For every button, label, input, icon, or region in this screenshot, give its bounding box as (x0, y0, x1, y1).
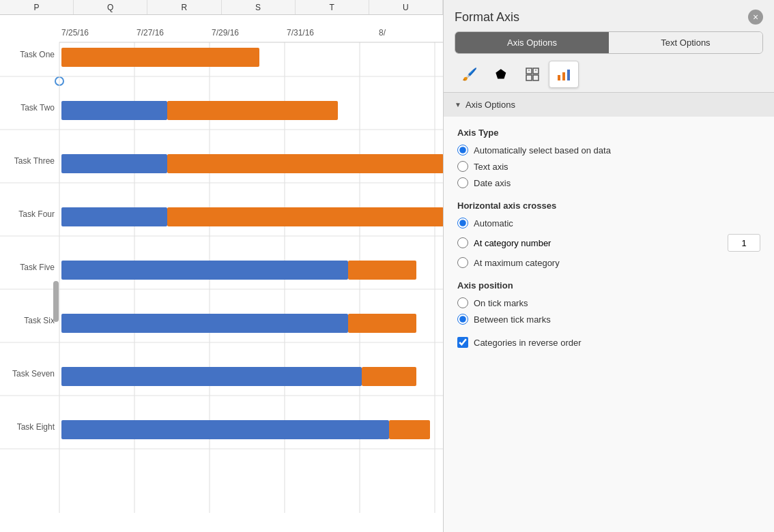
paint-icon: 🖌️ (462, 67, 477, 82)
svg-text:8/: 8/ (379, 28, 386, 38)
svg-rect-47 (526, 75, 532, 80)
radio-date-axis-label: Date axis (474, 178, 511, 188)
radio-on-tick-option[interactable]: On tick marks (457, 297, 760, 308)
radio-text-axis[interactable] (457, 161, 468, 172)
radio-between-tick-option[interactable]: Between tick marks (457, 314, 760, 325)
icon-toolbar: 🖌️ ⬟ (455, 61, 763, 88)
format-axis-panel: Format Axis × Axis Options Text Options … (444, 0, 774, 532)
svg-text:7/25/16: 7/25/16 (61, 28, 89, 38)
tab-text-options[interactable]: Text Options (609, 32, 762, 53)
svg-rect-31 (167, 207, 443, 226)
svg-text:Task One: Task One (20, 50, 55, 59)
category-number-row: At category number (457, 234, 760, 252)
svg-text:Task Four: Task Four (18, 209, 55, 219)
col-header-q: Q (74, 0, 147, 14)
horizontal-crosses-label: Horizontal axis crosses (457, 201, 760, 211)
svg-text:7/29/16: 7/29/16 (212, 28, 239, 38)
radio-date-axis[interactable] (457, 177, 468, 188)
radio-automatic-label: Automatic (474, 218, 513, 228)
svg-text:Task Three: Task Three (14, 156, 55, 166)
axis-position-group: Axis position On tick marks Between tick… (457, 280, 760, 325)
axis-position-label: Axis position (457, 280, 760, 291)
panel-title: Format Axis (455, 10, 519, 25)
section-label: Axis Options (465, 100, 515, 110)
grid-icon (525, 67, 540, 82)
gantt-chart-container: 7/25/16 7/27/16 7/29/16 7/31/16 8/ (0, 15, 443, 532)
svg-rect-44 (53, 281, 59, 322)
chart-area: P Q R S T U 7/25/16 7/27/16 7/29/16 7/31… (0, 0, 444, 532)
radio-max-category-label: At maximum category (474, 258, 560, 268)
svg-rect-25 (167, 101, 338, 120)
radio-category-number-label: At category number (474, 238, 551, 248)
radio-between-tick[interactable] (457, 314, 468, 325)
svg-rect-39 (61, 367, 362, 386)
svg-rect-27 (61, 154, 167, 173)
svg-rect-37 (348, 314, 416, 333)
panel-content: Axis Type Automatically select based on … (444, 117, 774, 532)
categories-reverse-option[interactable]: Categories in reverse order (457, 337, 760, 348)
radio-max-category[interactable] (457, 257, 468, 268)
collapse-triangle-icon: ▼ (455, 101, 461, 108)
svg-rect-46 (533, 68, 539, 74)
svg-text:Task Two: Task Two (20, 103, 55, 113)
svg-rect-51 (558, 75, 560, 80)
radio-max-category-option[interactable]: At maximum category (457, 257, 760, 268)
svg-rect-40 (362, 367, 416, 386)
grid-icon-btn[interactable] (517, 61, 547, 88)
svg-rect-22 (61, 48, 259, 67)
horizontal-crosses-group: Horizontal axis crosses Automatic At cat… (457, 201, 760, 268)
svg-rect-43 (389, 420, 430, 439)
radio-automatic[interactable] (457, 218, 468, 228)
categories-reverse-label: Categories in reverse order (474, 338, 582, 348)
paint-icon-btn[interactable]: 🖌️ (455, 61, 485, 88)
gantt-chart-svg: 7/25/16 7/27/16 7/29/16 7/31/16 8/ (0, 22, 443, 532)
axis-type-group: Axis Type Automatically select based on … (457, 128, 760, 188)
svg-text:Task Five: Task Five (20, 263, 55, 272)
shape-icon-btn[interactable]: ⬟ (486, 61, 516, 88)
col-header-s: S (222, 0, 296, 14)
col-header-t: T (296, 0, 369, 14)
close-button[interactable]: × (748, 10, 763, 25)
radio-auto[interactable] (457, 145, 468, 156)
svg-rect-45 (526, 68, 532, 74)
radio-between-tick-label: Between tick marks (474, 314, 551, 325)
category-number-input[interactable] (728, 234, 760, 252)
tab-axis-options[interactable]: Axis Options (455, 32, 609, 53)
column-headers: P Q R S T U (0, 0, 443, 15)
radio-on-tick[interactable] (457, 297, 468, 308)
svg-rect-33 (61, 261, 348, 280)
svg-rect-42 (61, 420, 389, 439)
radio-auto-label: Automatically select based on data (474, 145, 611, 156)
chart-icon-btn[interactable] (549, 61, 579, 88)
col-header-r: R (147, 0, 221, 14)
svg-rect-30 (61, 207, 167, 226)
tab-row: Axis Options Text Options (455, 31, 763, 54)
col-header-u: U (369, 0, 443, 14)
radio-date-option[interactable]: Date axis (457, 177, 760, 188)
svg-text:Task Six: Task Six (24, 316, 55, 325)
svg-text:7/31/16: 7/31/16 (287, 28, 314, 38)
radio-category-number[interactable] (457, 237, 468, 248)
axis-type-label: Axis Type (457, 128, 760, 138)
svg-rect-53 (567, 70, 570, 80)
svg-rect-48 (533, 75, 539, 80)
panel-header: Format Axis × (444, 0, 774, 31)
svg-rect-28 (167, 154, 443, 173)
radio-auto-option[interactable]: Automatically select based on data (457, 145, 760, 156)
section-header-axis: ▼ Axis Options (444, 93, 774, 117)
radio-on-tick-label: On tick marks (474, 298, 528, 308)
svg-text:Task Eight: Task Eight (17, 422, 55, 432)
categories-reverse-checkbox[interactable] (457, 337, 468, 348)
bar-chart-icon (556, 67, 571, 82)
col-header-p: P (0, 0, 74, 14)
radio-text-option[interactable]: Text axis (457, 161, 760, 172)
svg-rect-52 (562, 72, 565, 80)
radio-text-axis-label: Text axis (474, 162, 508, 172)
category-number-left: At category number (457, 237, 551, 248)
svg-text:7/27/16: 7/27/16 (137, 28, 164, 38)
pentagon-icon: ⬟ (496, 67, 506, 82)
svg-rect-24 (61, 101, 167, 120)
radio-automatic-option[interactable]: Automatic (457, 218, 760, 228)
svg-text:Task Seven: Task Seven (12, 369, 55, 379)
svg-rect-36 (61, 314, 348, 333)
